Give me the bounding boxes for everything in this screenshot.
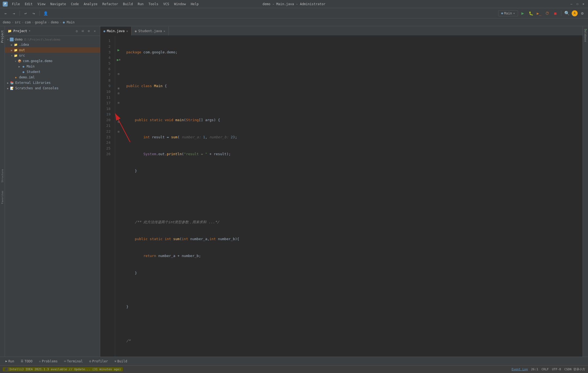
tree-item-demo[interactable]: ▾ demo E:\Project\Java\demo — [5, 37, 100, 42]
project-panel: 📁 Project ▾ ◎ ⊟ ⚙ ✕ ▾ demo E:\Project\Ja… — [5, 26, 100, 357]
update-notification[interactable]: ⬛ IntelliJ IDEA 2021.1.3 available // Up… — [3, 367, 123, 371]
forward-button[interactable]: → — [10, 10, 17, 17]
run-arrow-5[interactable]: ▶ — [117, 58, 119, 62]
tree-path-demo: E:\Project\Java\demo — [23, 38, 60, 41]
tree-item-idea[interactable]: ▶ 📁 .idea — [5, 42, 100, 47]
minimize-button[interactable]: – — [569, 2, 573, 6]
collapse-all-button[interactable]: ⊟ — [80, 29, 85, 33]
fold-icon-17[interactable]: ⊟ — [118, 92, 119, 95]
fold-icon-19[interactable]: ⊟ — [118, 101, 119, 104]
gutter-17[interactable]: ⊟ — [115, 91, 122, 96]
breadcrumb-com[interactable]: com — [25, 20, 31, 24]
toolbar-separator-2 — [39, 11, 40, 16]
encoding[interactable]: UTF-8 — [552, 368, 561, 371]
tree-item-src[interactable]: ▾ 📁 src — [5, 53, 100, 58]
favorites-label[interactable]: Favorites — [1, 191, 4, 204]
coverage-button[interactable]: ▶̲ — [535, 10, 543, 17]
bottom-tab-problems[interactable]: ⚠ Problems — [36, 359, 60, 364]
tree-item-student[interactable]: ● Student — [5, 69, 100, 75]
back-button[interactable]: ← — [2, 10, 9, 17]
breadcrumb-google[interactable]: google — [35, 20, 47, 24]
menu-edit[interactable]: Edit — [23, 1, 35, 7]
gutter-19[interactable]: ⊟ — [115, 100, 122, 105]
breadcrumb-demo[interactable]: demo — [51, 20, 59, 24]
tab-close-student[interactable]: ✕ — [164, 29, 166, 33]
line-num-11: 11 — [100, 95, 113, 100]
menu-build[interactable]: Build — [121, 1, 135, 7]
bottom-tab-terminal[interactable]: ▭ Terminal — [62, 359, 85, 364]
tree-item-main[interactable]: ▶ ● Main — [5, 64, 100, 69]
code-container[interactable]: 1 2 3 4 5 6 7 8 9 10 11 17 18 19 20 21 2… — [100, 36, 583, 357]
search-everywhere-button[interactable]: 🔍 — [564, 10, 571, 17]
line-num-2: 2 — [100, 44, 113, 50]
bottom-tab-todo[interactable]: ☰ TODO — [18, 359, 35, 364]
menu-window[interactable]: Window — [172, 1, 188, 7]
fold-icon-23[interactable]: ⊟ — [118, 120, 119, 123]
gutter-5[interactable]: ▶ ⊞ — [115, 57, 122, 62]
gutter-3[interactable]: ▶ — [115, 48, 122, 53]
gutter-8[interactable]: ⊟ — [115, 72, 122, 77]
line-num-10: 10 — [100, 89, 113, 95]
fold-icon-8[interactable]: ⊟ — [118, 72, 119, 75]
run-config-label: Main — [504, 11, 512, 15]
debug-button[interactable]: 🐛 — [527, 10, 534, 17]
menu-navigate[interactable]: Navigate — [48, 1, 68, 7]
run-tab-label: Run — [8, 359, 14, 363]
breadcrumb-bar: demo › src › com › google › demo › ● Mai… — [0, 19, 588, 26]
menu-vcs[interactable]: VCS — [161, 1, 171, 7]
menu-help[interactable]: Help — [189, 1, 201, 7]
breadcrumb-project[interactable]: demo — [3, 20, 11, 24]
fold-icon-25[interactable]: ⊟ — [118, 130, 119, 133]
cursor-position[interactable]: 26:1 — [531, 368, 538, 371]
panel-hide-button[interactable]: ✕ — [92, 29, 97, 33]
run-config-selector[interactable]: ● Main ▾ — [498, 10, 518, 16]
gutter-23[interactable]: ⊟ — [115, 120, 122, 124]
breadcrumb-main[interactable]: Main — [67, 20, 75, 24]
tree-item-iml[interactable]: ◆ demo.iml — [5, 75, 100, 80]
menu-code[interactable]: Code — [69, 1, 81, 7]
stop-button[interactable]: ■ — [552, 10, 559, 17]
tab-main-java[interactable]: ● Main.java ✕ — [100, 27, 131, 35]
bottom-tab-profiler[interactable]: ◎ Profiler — [87, 359, 111, 364]
structure-label[interactable]: Structure — [1, 169, 4, 182]
menu-file[interactable]: File — [10, 1, 22, 7]
panel-dropdown-icon[interactable]: ▾ — [29, 29, 31, 33]
line-num-7: 7 — [100, 72, 113, 78]
fold-icon-11[interactable]: ⊞ — [118, 87, 119, 90]
panel-menu-button[interactable]: ⚙ — [86, 29, 91, 33]
run-arrow-3[interactable]: ▶ — [118, 48, 120, 52]
line-num-18: 18 — [100, 106, 113, 112]
menu-refactor[interactable]: Refactor — [100, 1, 120, 7]
menu-analyze[interactable]: Analyze — [81, 1, 100, 7]
tab-student-java[interactable]: ● Student.java ✕ — [131, 27, 169, 35]
close-button[interactable]: ✕ — [581, 2, 585, 6]
bottom-tab-build[interactable]: ⚒ Build — [112, 359, 130, 364]
run-button[interactable]: ▶ — [519, 10, 526, 17]
fold-icon-5[interactable]: ⊞ — [119, 58, 120, 61]
gutter-11[interactable]: ⊞ — [115, 86, 122, 91]
event-log-link[interactable]: Event Log — [512, 368, 528, 371]
profile-button[interactable]: ⏱ — [544, 10, 551, 17]
tree-label-out: out — [19, 48, 25, 52]
gutter-25[interactable]: ⊟ — [115, 129, 122, 134]
locate-button[interactable]: ◎ — [74, 29, 79, 33]
user-avatar[interactable]: A — [572, 10, 578, 16]
bottom-tab-run[interactable]: ▶ Run — [3, 359, 17, 364]
redo-button[interactable]: ↪ — [30, 10, 37, 17]
line-separator[interactable]: CRLF — [541, 368, 549, 371]
tab-close-main[interactable]: ✕ — [126, 29, 128, 33]
menu-run[interactable]: Run — [136, 1, 146, 7]
tree-item-ext-libs[interactable]: ▶ 📚 External Libraries — [5, 80, 100, 85]
settings-button[interactable]: ⚙ — [579, 10, 586, 17]
undo-button[interactable]: ↩ — [22, 10, 29, 17]
menu-view[interactable]: View — [35, 1, 48, 7]
menu-tools[interactable]: Tools — [146, 1, 161, 7]
tree-item-package[interactable]: ▾ 📦 com.google.demo — [5, 58, 100, 64]
tree-item-out[interactable]: ▶ 📁 out — [5, 47, 100, 53]
restore-button[interactable]: ☐ — [575, 2, 579, 6]
code-editor[interactable]: package com.google.demo; public class Ma… — [122, 36, 583, 357]
project-tab-label[interactable]: Project — [0, 27, 5, 45]
user-icon[interactable]: 👤 — [42, 10, 49, 17]
breadcrumb-src[interactable]: src — [15, 20, 21, 24]
tree-item-scratches[interactable]: ▶ 📝 Scratches and Consoles — [5, 85, 100, 91]
